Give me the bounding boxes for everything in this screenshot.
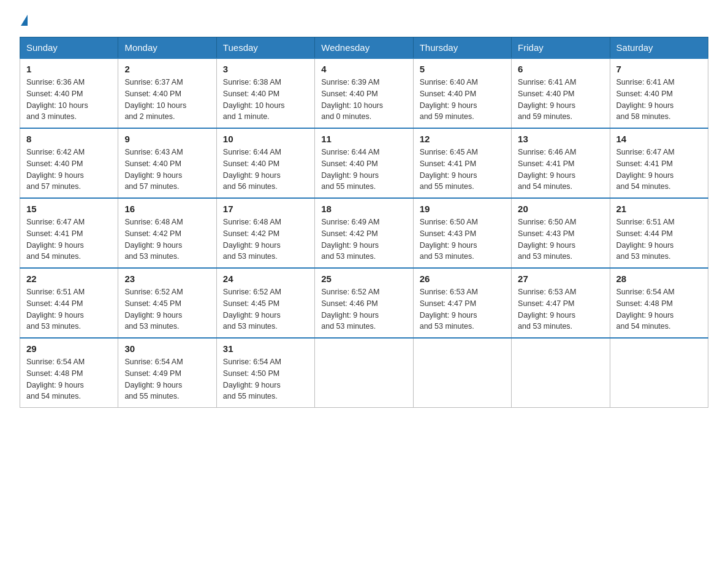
day-info: Sunrise: 6:38 AMSunset: 4:40 PMDaylight:…: [223, 77, 308, 123]
calendar-cell: 22Sunrise: 6:51 AMSunset: 4:44 PMDayligh…: [20, 268, 118, 338]
day-of-week-header: Monday: [118, 37, 216, 59]
day-of-week-header: Saturday: [610, 37, 708, 59]
calendar-table: SundayMondayTuesdayWednesdayThursdayFrid…: [20, 37, 708, 408]
day-of-week-header: Thursday: [413, 37, 511, 59]
day-number: 31: [223, 343, 308, 354]
day-number: 28: [616, 274, 702, 284]
calendar-cell: 2Sunrise: 6:37 AMSunset: 4:40 PMDaylight…: [118, 58, 216, 128]
day-info: Sunrise: 6:48 AMSunset: 4:42 PMDaylight:…: [223, 216, 308, 262]
calendar-cell: 6Sunrise: 6:41 AMSunset: 4:40 PMDaylight…: [512, 58, 610, 128]
day-number: 5: [420, 64, 505, 74]
day-info: Sunrise: 6:51 AMSunset: 4:44 PMDaylight:…: [26, 286, 112, 332]
calendar-cell: 27Sunrise: 6:53 AMSunset: 4:47 PMDayligh…: [512, 268, 610, 338]
day-info: Sunrise: 6:46 AMSunset: 4:41 PMDaylight:…: [518, 147, 603, 193]
calendar-cell: 16Sunrise: 6:48 AMSunset: 4:42 PMDayligh…: [118, 198, 216, 268]
day-info: Sunrise: 6:36 AMSunset: 4:40 PMDaylight:…: [26, 77, 112, 123]
calendar-cell: 4Sunrise: 6:39 AMSunset: 4:40 PMDaylight…: [315, 58, 413, 128]
day-info: Sunrise: 6:53 AMSunset: 4:47 PMDaylight:…: [518, 286, 603, 332]
calendar-cell: 19Sunrise: 6:50 AMSunset: 4:43 PMDayligh…: [413, 198, 511, 268]
calendar-cell: 3Sunrise: 6:38 AMSunset: 4:40 PMDaylight…: [216, 58, 314, 128]
calendar-cell: 1Sunrise: 6:36 AMSunset: 4:40 PMDaylight…: [20, 58, 118, 128]
calendar-cell: 17Sunrise: 6:48 AMSunset: 4:42 PMDayligh…: [216, 198, 314, 268]
day-of-week-header: Sunday: [20, 37, 118, 59]
calendar-cell: 26Sunrise: 6:53 AMSunset: 4:47 PMDayligh…: [413, 268, 511, 338]
day-number: 16: [124, 204, 210, 214]
calendar-cell: 11Sunrise: 6:44 AMSunset: 4:40 PMDayligh…: [315, 128, 413, 198]
logo: [20, 15, 33, 25]
day-info: Sunrise: 6:49 AMSunset: 4:42 PMDaylight:…: [321, 216, 406, 262]
day-info: Sunrise: 6:47 AMSunset: 4:41 PMDaylight:…: [616, 147, 702, 193]
calendar-cell: 28Sunrise: 6:54 AMSunset: 4:48 PMDayligh…: [610, 268, 708, 338]
calendar-cell: 30Sunrise: 6:54 AMSunset: 4:49 PMDayligh…: [118, 338, 216, 408]
day-of-week-header: Tuesday: [216, 37, 314, 59]
day-info: Sunrise: 6:37 AMSunset: 4:40 PMDaylight:…: [124, 77, 210, 123]
calendar-week-row: 15Sunrise: 6:47 AMSunset: 4:41 PMDayligh…: [20, 198, 708, 268]
calendar-cell: 24Sunrise: 6:52 AMSunset: 4:45 PMDayligh…: [216, 268, 314, 338]
day-info: Sunrise: 6:54 AMSunset: 4:49 PMDaylight:…: [124, 356, 210, 402]
day-number: 23: [124, 274, 210, 284]
calendar-cell: 18Sunrise: 6:49 AMSunset: 4:42 PMDayligh…: [315, 198, 413, 268]
calendar-week-row: 8Sunrise: 6:42 AMSunset: 4:40 PMDaylight…: [20, 128, 708, 198]
day-info: Sunrise: 6:54 AMSunset: 4:50 PMDaylight:…: [223, 356, 308, 402]
calendar-cell: 7Sunrise: 6:41 AMSunset: 4:40 PMDaylight…: [610, 58, 708, 128]
day-number: 9: [124, 134, 210, 144]
day-number: 18: [321, 204, 406, 214]
calendar-cell: 10Sunrise: 6:44 AMSunset: 4:40 PMDayligh…: [216, 128, 314, 198]
calendar-cell: 21Sunrise: 6:51 AMSunset: 4:44 PMDayligh…: [610, 198, 708, 268]
day-of-week-header: Wednesday: [315, 37, 413, 59]
day-info: Sunrise: 6:44 AMSunset: 4:40 PMDaylight:…: [321, 147, 406, 193]
day-number: 22: [26, 274, 112, 284]
calendar-cell: [413, 338, 511, 408]
calendar-cell: 14Sunrise: 6:47 AMSunset: 4:41 PMDayligh…: [610, 128, 708, 198]
day-number: 30: [124, 343, 210, 354]
day-info: Sunrise: 6:41 AMSunset: 4:40 PMDaylight:…: [616, 77, 702, 123]
calendar-cell: [610, 338, 708, 408]
calendar-cell: 8Sunrise: 6:42 AMSunset: 4:40 PMDaylight…: [20, 128, 118, 198]
calendar-cell: 25Sunrise: 6:52 AMSunset: 4:46 PMDayligh…: [315, 268, 413, 338]
day-info: Sunrise: 6:52 AMSunset: 4:45 PMDaylight:…: [124, 286, 210, 332]
calendar-cell: 20Sunrise: 6:50 AMSunset: 4:43 PMDayligh…: [512, 198, 610, 268]
day-info: Sunrise: 6:41 AMSunset: 4:40 PMDaylight:…: [518, 77, 603, 123]
page-header: [20, 15, 708, 25]
day-number: 12: [420, 134, 505, 144]
day-info: Sunrise: 6:52 AMSunset: 4:46 PMDaylight:…: [321, 286, 406, 332]
day-number: 10: [223, 134, 308, 144]
day-number: 25: [321, 274, 406, 284]
day-number: 14: [616, 134, 702, 144]
day-number: 2: [124, 64, 210, 74]
calendar-cell: 9Sunrise: 6:43 AMSunset: 4:40 PMDaylight…: [118, 128, 216, 198]
day-number: 11: [321, 134, 406, 144]
day-info: Sunrise: 6:51 AMSunset: 4:44 PMDaylight:…: [616, 216, 702, 262]
day-number: 21: [616, 204, 702, 214]
day-number: 8: [26, 134, 112, 144]
day-info: Sunrise: 6:45 AMSunset: 4:41 PMDaylight:…: [420, 147, 505, 193]
logo-triangle-icon: [21, 15, 28, 26]
day-number: 15: [26, 204, 112, 214]
day-number: 20: [518, 204, 603, 214]
day-info: Sunrise: 6:39 AMSunset: 4:40 PMDaylight:…: [321, 77, 406, 123]
calendar-cell: 29Sunrise: 6:54 AMSunset: 4:48 PMDayligh…: [20, 338, 118, 408]
day-number: 24: [223, 274, 308, 284]
calendar-cell: 5Sunrise: 6:40 AMSunset: 4:40 PMDaylight…: [413, 58, 511, 128]
day-info: Sunrise: 6:44 AMSunset: 4:40 PMDaylight:…: [223, 147, 308, 193]
day-of-week-header: Friday: [512, 37, 610, 59]
calendar-cell: 12Sunrise: 6:45 AMSunset: 4:41 PMDayligh…: [413, 128, 511, 198]
day-number: 17: [223, 204, 308, 214]
calendar-week-row: 1Sunrise: 6:36 AMSunset: 4:40 PMDaylight…: [20, 58, 708, 128]
day-info: Sunrise: 6:53 AMSunset: 4:47 PMDaylight:…: [420, 286, 505, 332]
calendar-week-row: 29Sunrise: 6:54 AMSunset: 4:48 PMDayligh…: [20, 338, 708, 408]
day-number: 26: [420, 274, 505, 284]
day-info: Sunrise: 6:40 AMSunset: 4:40 PMDaylight:…: [420, 77, 505, 123]
day-info: Sunrise: 6:52 AMSunset: 4:45 PMDaylight:…: [223, 286, 308, 332]
calendar-week-row: 22Sunrise: 6:51 AMSunset: 4:44 PMDayligh…: [20, 268, 708, 338]
calendar-cell: [512, 338, 610, 408]
day-number: 27: [518, 274, 603, 284]
day-number: 4: [321, 64, 406, 74]
calendar-cell: 13Sunrise: 6:46 AMSunset: 4:41 PMDayligh…: [512, 128, 610, 198]
calendar-cell: 31Sunrise: 6:54 AMSunset: 4:50 PMDayligh…: [216, 338, 314, 408]
day-number: 7: [616, 64, 702, 74]
day-info: Sunrise: 6:42 AMSunset: 4:40 PMDaylight:…: [26, 147, 112, 193]
day-number: 29: [26, 343, 112, 354]
day-info: Sunrise: 6:50 AMSunset: 4:43 PMDaylight:…: [518, 216, 603, 262]
day-info: Sunrise: 6:54 AMSunset: 4:48 PMDaylight:…: [26, 356, 112, 402]
